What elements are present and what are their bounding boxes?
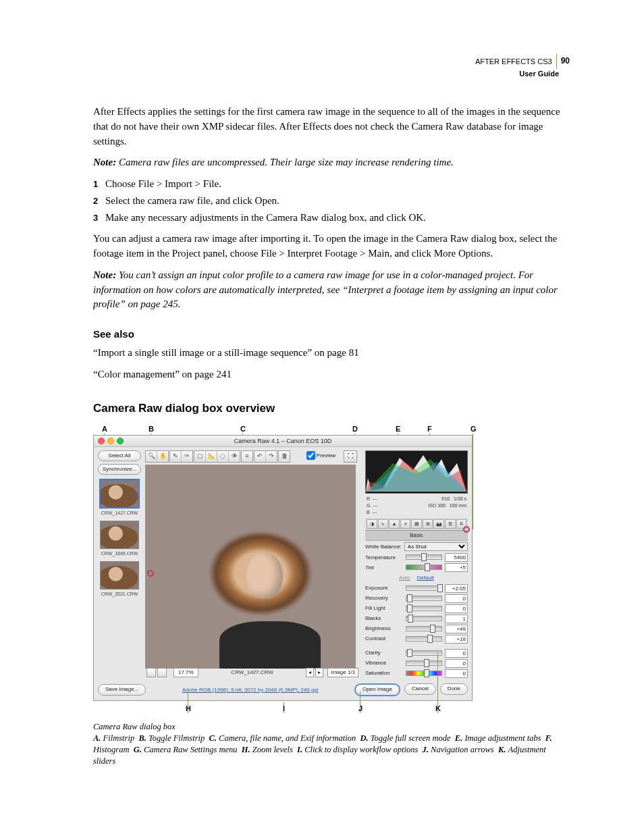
note: Note: You can’t assign an input color pr… [93,268,570,312]
rotate-ccw-icon[interactable]: ↶ [254,451,266,462]
camera-raw-dialog: Camera Raw 4.1 – Canon EOS 10D Select Al… [93,435,473,701]
slider-saturation[interactable]: Saturation0 [365,669,468,679]
traffic-lights[interactable] [98,438,124,444]
tab-presets-icon[interactable]: ☰ [445,519,456,529]
image-preview[interactable] [145,465,356,669]
slider-exposure[interactable]: Exposure+2.05 [365,583,468,594]
tab-basic-icon[interactable]: ◑ [367,519,377,529]
exif-readout: R --- G --- B --- f/10 1/30 s ISO 100 10… [365,494,468,518]
done-button[interactable]: Done [440,683,468,695]
tab-camera-icon[interactable]: 📷 [433,519,444,529]
retouch-icon[interactable]: ◌ [217,451,229,462]
slider-tint[interactable]: Tint+5 [365,563,468,573]
select-all-button[interactable]: Select All [98,450,141,461]
zoom-out-icon[interactable] [146,668,156,677]
body-paragraph: After Effects applies the settings for t… [93,105,570,149]
crop-icon[interactable]: ▢ [194,451,206,462]
rotate-cw-icon[interactable]: ↷ [266,451,277,462]
cross-reference[interactable]: “Import a single still image or a still-… [93,346,570,361]
adjustment-tabs: ◑ ∿ ▲ ≡ ▤ ⊞ 📷 ☰ ≡ [365,518,468,531]
nav-next-icon[interactable]: ▸ [315,668,323,677]
trash-icon[interactable]: 🗑 [279,451,290,462]
slider-recovery[interactable]: Recovery0 [365,594,468,604]
body-paragraph: You can adjust a camera raw image after … [93,232,570,261]
slider-contrast[interactable]: Contrast+18 [365,634,468,644]
preview-checkbox[interactable]: Preview [306,451,336,460]
filmstrip-thumb[interactable] [99,479,140,509]
cross-reference[interactable]: “Color management” on page 241 [93,367,570,382]
hand-tool-icon[interactable]: ✋ [157,451,168,462]
redeye-icon[interactable]: 👁 [229,451,240,462]
figure-caption: Camera Raw dialog box A. Filmstrip B. To… [93,721,570,767]
zoom-level[interactable]: 17.7% [173,668,198,677]
eyedropper-icon[interactable]: ✎ [170,451,182,462]
tab-hsl-icon[interactable]: ≡ [400,519,411,529]
zoom-in-icon[interactable] [157,668,167,677]
slider-vibrance[interactable]: Vibrance0 [365,658,468,669]
slider-temperature[interactable]: Temperature5400 [365,552,468,563]
histogram [365,450,468,494]
sampler-icon[interactable]: ✑ [182,451,192,462]
dialog-titlebar: Camera Raw 4.1 – Canon EOS 10D [94,436,472,447]
figure: A B C D E F G Camer [93,424,570,767]
workflow-options-link[interactable]: Adobe RGB (1998); 8 bit; 3072 by 2048 (6… [182,686,319,694]
cancel-button[interactable]: Cancel [404,683,436,695]
filmstrip-thumb[interactable] [100,561,139,590]
panel-title: Basic [365,531,468,541]
synchronize-button[interactable]: Synchronize... [98,464,141,475]
tab-curve-icon[interactable]: ∿ [378,519,389,529]
tab-split-icon[interactable]: ▤ [411,519,422,529]
slider-brightness[interactable]: Brightness+49 [365,624,468,634]
filmstrip-thumb[interactable] [100,521,139,549]
zoom-tool-icon[interactable]: 🔍 [146,451,157,462]
white-balance-select[interactable]: As Shot [404,542,468,551]
image-counter: Image 1/3 [327,668,358,677]
slider-clarity[interactable]: Clarity0 [365,648,468,658]
straighten-icon[interactable]: 📐 [206,451,217,462]
filmstrip: Select All Synchronize... CRW_1427.CRW C… [98,450,141,680]
save-image-button[interactable]: Save Image... [98,684,146,696]
prefs-icon[interactable]: ≡ [242,451,252,462]
fullscreen-toggle-icon[interactable]: ⛶ [344,450,357,463]
tab-detail-icon[interactable]: ▲ [389,519,400,529]
note: Note: Camera raw files are uncompressed.… [93,155,570,170]
numbered-steps: 1Choose File > Import > File. 2Select th… [93,177,570,225]
slider-blacks[interactable]: Blacks1 [365,614,468,624]
default-link[interactable]: Default [417,574,434,582]
auto-link[interactable]: Auto [399,574,410,582]
running-header: AFTER EFFECTS CS390 User Guide [475,54,570,78]
see-also-heading: See also [93,327,570,342]
slider-fill-light[interactable]: Fill Light0 [365,604,468,614]
open-image-button[interactable]: Open Image [354,683,400,696]
tab-lens-icon[interactable]: ⊞ [423,519,433,529]
nav-prev-icon[interactable]: ◂ [306,668,314,677]
filename-label: CRW_1427.CRW [231,669,273,677]
section-heading: Camera Raw dialog box overview [93,400,570,417]
